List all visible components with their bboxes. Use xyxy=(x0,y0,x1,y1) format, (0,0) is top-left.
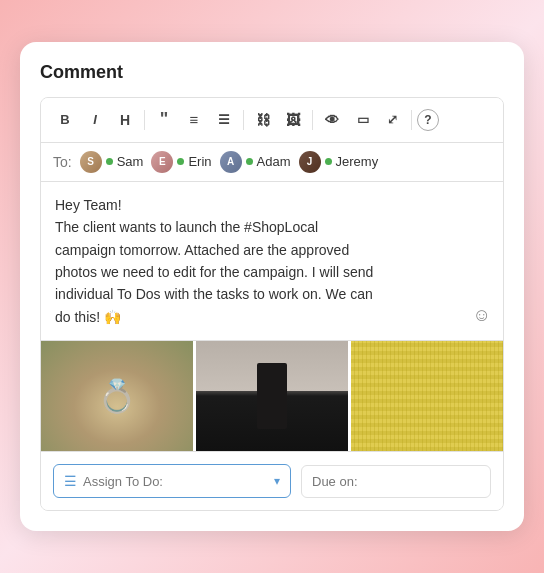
toolbar-sep-1 xyxy=(144,110,145,130)
recipient-name-jeremy: Jeremy xyxy=(336,154,379,169)
toolbar-sep-2 xyxy=(243,110,244,130)
image-knit-top xyxy=(351,341,503,451)
toolbar-sep-3 xyxy=(312,110,313,130)
editor-content: Hey Team!The client wants to launch the … xyxy=(55,197,373,325)
card-title: Comment xyxy=(40,62,504,83)
to-label: To: xyxy=(53,154,72,170)
ordered-list-button[interactable]: ☰ xyxy=(210,106,238,134)
status-dot-erin xyxy=(177,158,184,165)
image-button[interactable]: 🖼 xyxy=(279,106,307,134)
preview-button[interactable]: 👁 xyxy=(318,106,346,134)
images-row xyxy=(41,340,503,451)
comment-card: Comment B I H " ≡ ☰ ⛓ 🖼 👁 ▭ ⤢ ? To: S xyxy=(20,42,524,531)
help-button[interactable]: ? xyxy=(417,109,439,131)
recipient-erin[interactable]: E Erin xyxy=(151,151,211,173)
avatar-erin: E xyxy=(151,151,173,173)
footer-row: ☰ Assign To Do: ▾ xyxy=(41,451,503,510)
recipient-name-erin: Erin xyxy=(188,154,211,169)
link-button[interactable]: ⛓ xyxy=(249,106,277,134)
unordered-list-button[interactable]: ≡ xyxy=(180,106,208,134)
avatar-adam: A xyxy=(220,151,242,173)
assign-label: Assign To Do: xyxy=(83,474,268,489)
expand-button[interactable]: ⤢ xyxy=(378,106,406,134)
italic-button[interactable]: I xyxy=(81,106,109,134)
due-on-input[interactable] xyxy=(301,465,491,498)
recipient-name-sam: Sam xyxy=(117,154,144,169)
assign-list-icon: ☰ xyxy=(64,473,77,489)
to-row: To: S Sam E Erin A Adam J Jeremy xyxy=(41,143,503,182)
editor-wrapper: B I H " ≡ ☰ ⛓ 🖼 👁 ▭ ⤢ ? To: S Sam xyxy=(40,97,504,511)
recipient-adam[interactable]: A Adam xyxy=(220,151,291,173)
recipient-sam[interactable]: S Sam xyxy=(80,151,144,173)
status-dot-jeremy xyxy=(325,158,332,165)
image-rings xyxy=(41,341,196,451)
toolbar-sep-4 xyxy=(411,110,412,130)
columns-button[interactable]: ▭ xyxy=(348,106,376,134)
avatar-jeremy: J xyxy=(299,151,321,173)
recipient-jeremy[interactable]: J Jeremy xyxy=(299,151,379,173)
heading-button[interactable]: H xyxy=(111,106,139,134)
bold-button[interactable]: B xyxy=(51,106,79,134)
chevron-down-icon: ▾ xyxy=(274,474,280,488)
assign-todo-select[interactable]: ☰ Assign To Do: ▾ xyxy=(53,464,291,498)
status-dot-sam xyxy=(106,158,113,165)
toolbar: B I H " ≡ ☰ ⛓ 🖼 👁 ▭ ⤢ ? xyxy=(41,98,503,143)
quote-button[interactable]: " xyxy=(150,106,178,134)
editor-body[interactable]: Hey Team!The client wants to launch the … xyxy=(41,182,503,340)
emoji-button[interactable]: ☺ xyxy=(473,301,491,330)
image-swimsuit xyxy=(196,341,351,451)
status-dot-adam xyxy=(246,158,253,165)
recipient-name-adam: Adam xyxy=(257,154,291,169)
avatar-sam: S xyxy=(80,151,102,173)
